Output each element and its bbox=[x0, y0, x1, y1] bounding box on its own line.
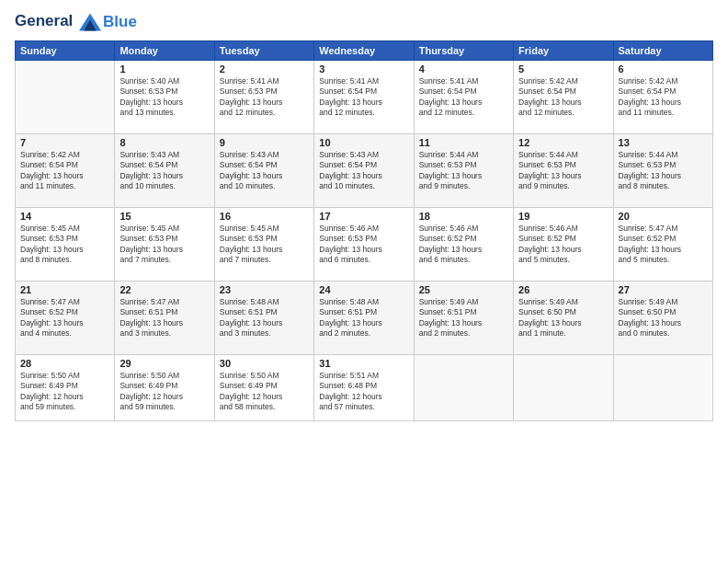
day-number: 28 bbox=[20, 358, 109, 369]
week-row-0: 1Sunrise: 5:40 AM Sunset: 6:53 PM Daylig… bbox=[16, 61, 713, 134]
calendar-cell: 27Sunrise: 5:49 AM Sunset: 6:50 PM Dayli… bbox=[613, 282, 712, 355]
day-info: Sunrise: 5:41 AM Sunset: 6:53 PM Dayligh… bbox=[220, 76, 309, 119]
header-cell-sunday: Sunday bbox=[16, 41, 115, 61]
week-row-3: 21Sunrise: 5:47 AM Sunset: 6:52 PM Dayli… bbox=[16, 282, 713, 355]
calendar-cell: 18Sunrise: 5:46 AM Sunset: 6:52 PM Dayli… bbox=[414, 208, 513, 282]
day-number: 8 bbox=[119, 137, 209, 148]
day-number: 16 bbox=[220, 211, 309, 222]
day-info: Sunrise: 5:50 AM Sunset: 6:49 PM Dayligh… bbox=[119, 371, 209, 413]
day-number: 24 bbox=[319, 284, 408, 295]
day-info: Sunrise: 5:43 AM Sunset: 6:54 PM Dayligh… bbox=[119, 150, 209, 192]
calendar-header-row: SundayMondayTuesdayWednesdayThursdayFrid… bbox=[16, 41, 713, 61]
day-number: 17 bbox=[319, 211, 408, 222]
calendar-cell: 5Sunrise: 5:42 AM Sunset: 6:54 PM Daylig… bbox=[514, 61, 613, 134]
logo: General Blue bbox=[15, 11, 137, 33]
calendar-cell: 22Sunrise: 5:47 AM Sunset: 6:51 PM Dayli… bbox=[115, 282, 214, 355]
calendar-cell: 12Sunrise: 5:44 AM Sunset: 6:53 PM Dayli… bbox=[514, 134, 613, 208]
day-info: Sunrise: 5:44 AM Sunset: 6:53 PM Dayligh… bbox=[518, 150, 608, 192]
day-number: 12 bbox=[518, 137, 608, 148]
day-info: Sunrise: 5:44 AM Sunset: 6:53 PM Dayligh… bbox=[419, 150, 508, 192]
day-number: 5 bbox=[518, 63, 608, 75]
day-info: Sunrise: 5:48 AM Sunset: 6:51 PM Dayligh… bbox=[319, 297, 408, 339]
calendar-cell: 1Sunrise: 5:40 AM Sunset: 6:53 PM Daylig… bbox=[115, 61, 214, 134]
day-info: Sunrise: 5:46 AM Sunset: 6:52 PM Dayligh… bbox=[518, 224, 608, 266]
day-info: Sunrise: 5:45 AM Sunset: 6:53 PM Dayligh… bbox=[220, 224, 309, 266]
calendar-cell: 28Sunrise: 5:50 AM Sunset: 6:49 PM Dayli… bbox=[16, 355, 115, 421]
calendar-cell: 21Sunrise: 5:47 AM Sunset: 6:52 PM Dayli… bbox=[16, 282, 115, 355]
day-number: 10 bbox=[319, 137, 408, 148]
calendar-body: 1Sunrise: 5:40 AM Sunset: 6:53 PM Daylig… bbox=[16, 61, 713, 421]
calendar-cell bbox=[414, 355, 513, 421]
week-row-2: 14Sunrise: 5:45 AM Sunset: 6:53 PM Dayli… bbox=[16, 208, 713, 282]
calendar-cell: 31Sunrise: 5:51 AM Sunset: 6:48 PM Dayli… bbox=[314, 355, 414, 421]
logo-blue: Blue bbox=[103, 14, 137, 31]
calendar-cell: 19Sunrise: 5:46 AM Sunset: 6:52 PM Dayli… bbox=[514, 208, 613, 282]
day-number: 9 bbox=[220, 137, 309, 148]
day-number: 27 bbox=[619, 284, 708, 295]
day-number: 20 bbox=[619, 211, 708, 222]
day-number: 31 bbox=[319, 358, 408, 369]
day-info: Sunrise: 5:47 AM Sunset: 6:52 PM Dayligh… bbox=[20, 297, 109, 339]
day-info: Sunrise: 5:47 AM Sunset: 6:51 PM Dayligh… bbox=[119, 297, 209, 339]
calendar-cell: 30Sunrise: 5:50 AM Sunset: 6:49 PM Dayli… bbox=[214, 355, 313, 421]
day-info: Sunrise: 5:46 AM Sunset: 6:52 PM Dayligh… bbox=[419, 224, 508, 266]
day-number: 11 bbox=[419, 137, 508, 148]
week-row-1: 7Sunrise: 5:42 AM Sunset: 6:54 PM Daylig… bbox=[16, 134, 713, 208]
day-info: Sunrise: 5:47 AM Sunset: 6:52 PM Dayligh… bbox=[619, 224, 708, 266]
calendar-cell: 2Sunrise: 5:41 AM Sunset: 6:53 PM Daylig… bbox=[214, 61, 313, 134]
day-number: 23 bbox=[220, 284, 309, 295]
day-info: Sunrise: 5:42 AM Sunset: 6:54 PM Dayligh… bbox=[619, 76, 708, 119]
calendar-cell: 29Sunrise: 5:50 AM Sunset: 6:49 PM Dayli… bbox=[115, 355, 214, 421]
day-info: Sunrise: 5:41 AM Sunset: 6:54 PM Dayligh… bbox=[419, 76, 508, 119]
logo-general: General bbox=[15, 12, 73, 29]
day-info: Sunrise: 5:45 AM Sunset: 6:53 PM Dayligh… bbox=[20, 224, 109, 266]
calendar-cell: 25Sunrise: 5:49 AM Sunset: 6:51 PM Dayli… bbox=[414, 282, 513, 355]
calendar-cell: 8Sunrise: 5:43 AM Sunset: 6:54 PM Daylig… bbox=[115, 134, 214, 208]
calendar-cell bbox=[613, 355, 712, 421]
header-cell-monday: Monday bbox=[115, 41, 214, 61]
day-number: 21 bbox=[20, 284, 109, 295]
day-number: 13 bbox=[619, 137, 708, 148]
day-info: Sunrise: 5:44 AM Sunset: 6:53 PM Dayligh… bbox=[619, 150, 708, 192]
day-number: 25 bbox=[419, 284, 508, 295]
day-info: Sunrise: 5:49 AM Sunset: 6:50 PM Dayligh… bbox=[619, 297, 708, 339]
day-number: 30 bbox=[220, 358, 309, 369]
day-number: 2 bbox=[220, 63, 309, 75]
calendar-cell: 23Sunrise: 5:48 AM Sunset: 6:51 PM Dayli… bbox=[214, 282, 313, 355]
calendar-cell: 7Sunrise: 5:42 AM Sunset: 6:54 PM Daylig… bbox=[16, 134, 115, 208]
day-number: 26 bbox=[518, 284, 608, 295]
calendar-cell: 24Sunrise: 5:48 AM Sunset: 6:51 PM Dayli… bbox=[314, 282, 414, 355]
calendar-cell: 6Sunrise: 5:42 AM Sunset: 6:54 PM Daylig… bbox=[613, 61, 712, 134]
day-info: Sunrise: 5:40 AM Sunset: 6:53 PM Dayligh… bbox=[119, 76, 209, 119]
day-info: Sunrise: 5:43 AM Sunset: 6:54 PM Dayligh… bbox=[220, 150, 309, 192]
calendar-cell bbox=[16, 61, 115, 134]
day-info: Sunrise: 5:51 AM Sunset: 6:48 PM Dayligh… bbox=[319, 371, 408, 413]
calendar-cell: 14Sunrise: 5:45 AM Sunset: 6:53 PM Dayli… bbox=[16, 208, 115, 282]
calendar-cell bbox=[514, 355, 613, 421]
day-number: 3 bbox=[319, 63, 408, 75]
day-info: Sunrise: 5:41 AM Sunset: 6:54 PM Dayligh… bbox=[319, 76, 408, 119]
header-cell-saturday: Saturday bbox=[613, 41, 712, 61]
header-cell-wednesday: Wednesday bbox=[314, 41, 414, 61]
day-number: 7 bbox=[20, 137, 109, 148]
header: General Blue bbox=[15, 11, 713, 33]
day-info: Sunrise: 5:49 AM Sunset: 6:50 PM Dayligh… bbox=[518, 297, 608, 339]
calendar-cell: 3Sunrise: 5:41 AM Sunset: 6:54 PM Daylig… bbox=[314, 61, 414, 134]
day-number: 18 bbox=[419, 211, 508, 222]
day-info: Sunrise: 5:43 AM Sunset: 6:54 PM Dayligh… bbox=[319, 150, 408, 192]
calendar-cell: 15Sunrise: 5:45 AM Sunset: 6:53 PM Dayli… bbox=[115, 208, 214, 282]
calendar-cell: 17Sunrise: 5:46 AM Sunset: 6:53 PM Dayli… bbox=[314, 208, 414, 282]
calendar-cell: 9Sunrise: 5:43 AM Sunset: 6:54 PM Daylig… bbox=[214, 134, 313, 208]
header-cell-friday: Friday bbox=[514, 41, 613, 61]
calendar-cell: 10Sunrise: 5:43 AM Sunset: 6:54 PM Dayli… bbox=[314, 134, 414, 208]
week-row-4: 28Sunrise: 5:50 AM Sunset: 6:49 PM Dayli… bbox=[16, 355, 713, 421]
day-number: 15 bbox=[119, 211, 209, 222]
header-cell-tuesday: Tuesday bbox=[214, 41, 313, 61]
day-number: 6 bbox=[619, 63, 708, 75]
day-number: 1 bbox=[119, 63, 209, 75]
day-info: Sunrise: 5:50 AM Sunset: 6:49 PM Dayligh… bbox=[20, 371, 109, 413]
calendar-table: SundayMondayTuesdayWednesdayThursdayFrid… bbox=[15, 40, 713, 421]
calendar-cell: 16Sunrise: 5:45 AM Sunset: 6:53 PM Dayli… bbox=[214, 208, 313, 282]
day-info: Sunrise: 5:50 AM Sunset: 6:49 PM Dayligh… bbox=[220, 371, 309, 413]
calendar-cell: 20Sunrise: 5:47 AM Sunset: 6:52 PM Dayli… bbox=[613, 208, 712, 282]
